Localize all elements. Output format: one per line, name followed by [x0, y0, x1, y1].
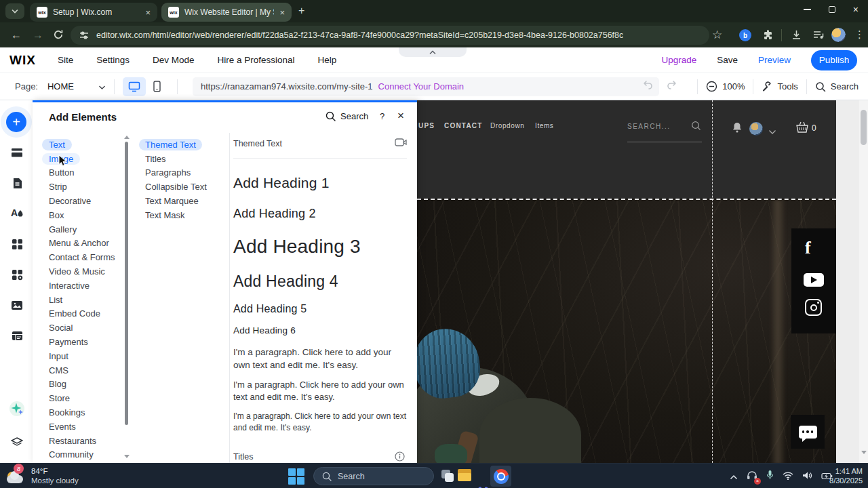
- zoom-control[interactable]: 100%: [706, 81, 745, 92]
- category-restaurants[interactable]: Restaurants: [33, 434, 125, 448]
- add-heading-4-element[interactable]: Add Heading 4: [233, 272, 338, 291]
- facebook-icon[interactable]: f: [805, 238, 811, 258]
- member-avatar[interactable]: [749, 122, 763, 136]
- chat-widget-button[interactable]: [791, 415, 825, 449]
- collapse-handle[interactable]: [399, 47, 467, 57]
- scroll-down-icon[interactable]: [124, 455, 130, 458]
- task-view-button[interactable]: [439, 468, 456, 485]
- youtube-icon[interactable]: [804, 273, 824, 287]
- menu-dev-mode[interactable]: Dev Mode: [153, 55, 195, 65]
- pages-menu-button[interactable]: [8, 174, 26, 192]
- social-bar[interactable]: f: [791, 228, 836, 333]
- browser-tab-setup[interactable]: wix Setup | Wix.com ×: [30, 3, 157, 22]
- category-box[interactable]: Box: [33, 208, 125, 222]
- add-heading-3-element[interactable]: Add Heading 3: [233, 236, 361, 258]
- microphone-icon[interactable]: [766, 470, 774, 483]
- add-section-button[interactable]: [8, 144, 26, 161]
- weather-widget[interactable]: 8 84°F Mostly cloudy: [5, 466, 79, 486]
- category-payments[interactable]: Payments: [33, 335, 125, 349]
- taskbar-search-input[interactable]: Search: [313, 467, 434, 485]
- category-gallery[interactable]: Gallery: [33, 222, 125, 237]
- menu-hire-a-professional[interactable]: Hire a Professional: [217, 55, 294, 65]
- cart-icon[interactable]: [794, 120, 810, 138]
- site-design-button[interactable]: A: [8, 204, 26, 222]
- tab-close-icon[interactable]: ×: [145, 7, 151, 18]
- save-button[interactable]: Save: [717, 55, 738, 65]
- add-heading-5-element[interactable]: Add Heading 5: [233, 303, 307, 315]
- site-search-icon[interactable]: [691, 121, 701, 134]
- browser-tab-editor[interactable]: wix Wix Website Editor | My Site 1 ×: [161, 3, 292, 22]
- add-elements-button[interactable]: +: [6, 112, 26, 132]
- new-tab-button[interactable]: +: [298, 5, 304, 16]
- category-decorative[interactable]: Decorative: [33, 194, 125, 208]
- upgrade-button[interactable]: Upgrade: [661, 55, 696, 65]
- wix-logo[interactable]: WIX: [9, 53, 36, 68]
- desktop-view-button[interactable]: [123, 77, 146, 96]
- category-bookings[interactable]: Bookings: [33, 405, 125, 420]
- wifi-icon[interactable]: [783, 470, 793, 483]
- window-maximize-button[interactable]: [829, 6, 835, 13]
- category-embed-code[interactable]: Embed Code: [33, 307, 125, 321]
- paragraph-element-small[interactable]: I'm a paragraph. Click here to add your …: [233, 411, 408, 433]
- category-scrollbar[interactable]: [123, 136, 130, 460]
- category-text[interactable]: Text: [33, 138, 125, 152]
- scrollbar-track[interactable]: [859, 100, 868, 463]
- subcategory-text-mask[interactable]: Text Mask: [133, 208, 228, 222]
- instagram-icon[interactable]: [805, 299, 822, 316]
- browser-profile-avatar[interactable]: [831, 28, 846, 42]
- editor-search-button[interactable]: Search: [815, 81, 859, 92]
- app-market-button[interactable]: [8, 235, 26, 253]
- site-nav-item[interactable]: Items: [535, 122, 553, 129]
- subcategory-themed-text[interactable]: Themed Text: [133, 138, 228, 152]
- back-button[interactable]: ←: [11, 29, 22, 41]
- category-list-element[interactable]: List: [33, 293, 125, 307]
- category-image[interactable]: Image: [33, 152, 125, 166]
- redo-button[interactable]: [666, 80, 678, 94]
- layers-button[interactable]: [8, 434, 26, 451]
- cms-button[interactable]: [8, 327, 26, 344]
- audio-device-icon[interactable]: ×: [747, 470, 757, 483]
- undo-button[interactable]: [642, 80, 654, 94]
- downloads-icon[interactable]: [791, 29, 802, 43]
- scrollbar-thumb[interactable]: [861, 110, 867, 145]
- clock[interactable]: 1:41 AM 8/30/2025: [829, 467, 863, 485]
- site-nav-item[interactable]: CONTACT: [444, 122, 483, 129]
- menu-settings[interactable]: Settings: [96, 55, 130, 65]
- category-events[interactable]: Events: [33, 420, 125, 434]
- tools-button[interactable]: Tools: [762, 81, 797, 92]
- subcategory-collapsible-text[interactable]: Collapsible Text: [133, 180, 228, 194]
- category-video-music[interactable]: Video & Music: [33, 264, 125, 279]
- subcategory-paragraphs[interactable]: Paragraphs: [133, 166, 228, 180]
- tab-list-button[interactable]: [5, 3, 24, 19]
- scrollbar-thumb[interactable]: [125, 142, 128, 425]
- forward-button[interactable]: →: [33, 29, 43, 41]
- menu-site[interactable]: Site: [58, 55, 73, 65]
- scroll-up-icon[interactable]: [124, 136, 130, 139]
- subcategory-titles[interactable]: Titles: [133, 152, 228, 166]
- category-community[interactable]: Community: [33, 448, 125, 462]
- category-contact-forms[interactable]: Contact & Forms: [33, 250, 125, 264]
- browser-menu-kebab-icon[interactable]: ⋮: [854, 28, 865, 41]
- category-cms[interactable]: CMS: [33, 363, 125, 378]
- bookmark-star-icon[interactable]: ☆: [712, 28, 722, 42]
- site-nav-item[interactable]: UPS: [418, 122, 435, 129]
- extensions-puzzle-icon[interactable]: [762, 29, 774, 43]
- paragraph-element-large[interactable]: I'm a paragraph. Click here to add your …: [233, 346, 410, 371]
- category-input[interactable]: Input: [33, 349, 125, 363]
- site-hero-section[interactable]: [417, 199, 836, 463]
- connect-your-domain-link[interactable]: Connect Your Domain: [378, 81, 464, 92]
- site-search-input[interactable]: SEARCH...: [627, 123, 671, 130]
- extension-icon[interactable]: b: [739, 29, 751, 41]
- video-tutorial-icon[interactable]: [395, 138, 407, 150]
- site-settings-icon[interactable]: [79, 30, 90, 41]
- category-strip[interactable]: Strip: [33, 180, 125, 194]
- window-close-button[interactable]: ×: [853, 5, 859, 14]
- plugins-button[interactable]: [8, 266, 26, 283]
- window-minimize-button[interactable]: [804, 9, 811, 10]
- reload-button[interactable]: [53, 29, 64, 43]
- member-chevron-down-icon[interactable]: [768, 125, 776, 138]
- category-social[interactable]: Social: [33, 321, 125, 335]
- mobile-view-button[interactable]: [146, 77, 169, 96]
- ai-assistant-button[interactable]: [8, 400, 26, 418]
- volume-icon[interactable]: [802, 470, 812, 483]
